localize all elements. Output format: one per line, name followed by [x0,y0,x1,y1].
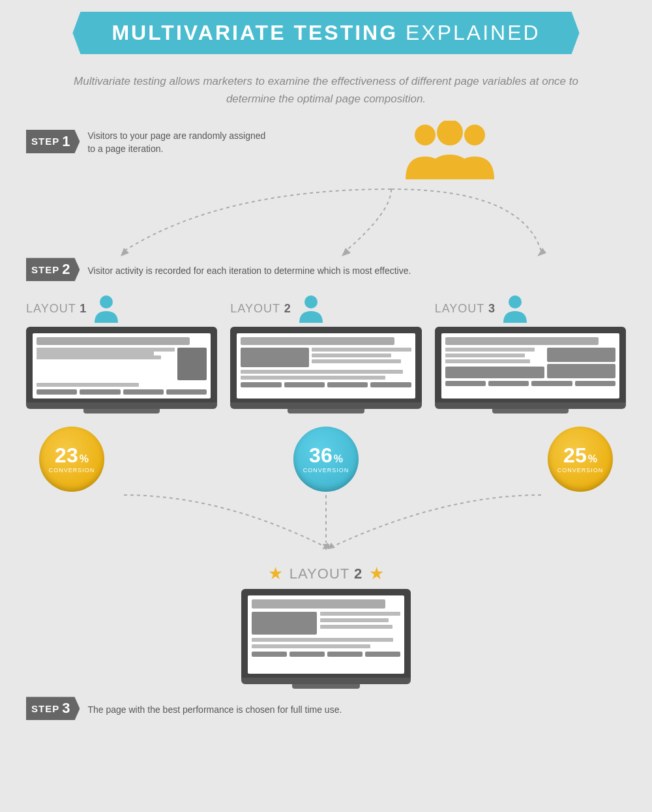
step3-section: STEP 3 The page with the best performanc… [0,697,652,720]
svg-marker-4 [342,248,351,256]
layout2-header: LAYOUT 2 [230,294,421,323]
layout2-title: LAYOUT 2 [230,302,291,316]
arrows-svg-1 [26,186,626,258]
arrows1-section [26,186,626,258]
banner: MULTIVARIATE TESTING EXPLAINED [72,12,579,54]
conv-circle-2: 36 % CONVERSION [293,427,359,492]
conv-label-1: CONVERSION [49,467,95,474]
layout2-laptop [230,327,421,414]
layout3-header: LAYOUT 3 [435,294,626,323]
svg-point-2 [464,125,485,145]
banner-title-light: EXPLAINED [406,21,541,44]
svg-point-6 [100,295,113,308]
banner-title: MULTIVARIATE TESTING EXPLAINED [111,21,540,45]
result-section: ★ LAYOUT 2 ★ [0,564,652,689]
layout3-laptop [435,327,626,414]
conv-num-2: 36 [309,445,333,466]
layout1-header: LAYOUT 1 [26,294,217,323]
people-icons [398,121,502,186]
step3-label: STEP 3 [26,697,80,720]
conversion-row: 23 % CONVERSION 36 % CONVERSION 25 % CON… [0,414,652,492]
layout2-col: LAYOUT 2 [230,294,421,414]
conv-circle-1: 23 % CONVERSION [39,427,104,492]
step1-text: Visitors to your page are randomly assig… [87,130,274,155]
arrows-svg-2 [26,492,626,550]
result-layout-title: LAYOUT 2 [289,565,363,582]
banner-title-bold: MULTIVARIATE TESTING [111,21,398,44]
step1-label: STEP 1 [26,130,80,153]
conv-num-1: 23 [55,445,78,466]
svg-point-0 [415,125,436,145]
result-layout-col: ★ LAYOUT 2 ★ [241,564,411,689]
layout1-title: LAYOUT 1 [26,302,87,316]
step1-section: STEP 1 Visitors to your page are randoml… [0,127,652,186]
svg-marker-5 [537,248,546,256]
banner-section: MULTIVARIATE TESTING EXPLAINED [0,0,652,54]
result-header: ★ LAYOUT 2 ★ [268,564,384,584]
star-left-icon: ★ [268,564,283,584]
svg-point-8 [509,295,522,308]
svg-point-7 [304,295,318,308]
layout1-col: LAYOUT 1 [26,294,217,414]
layout3-col: LAYOUT 3 [435,294,626,414]
step3-text: The page with the best performance is ch… [87,704,342,717]
svg-point-1 [437,121,463,145]
layout2-person-icon [297,294,325,323]
result-laptop [241,589,411,689]
layout1-laptop [26,327,217,414]
conv-circle-3: 25 % CONVERSION [548,427,613,492]
subtitle: Multivariate testing allows marketers to… [0,54,652,121]
layout1-person-icon [92,294,121,323]
conv-label-2: CONVERSION [303,467,349,474]
step1-people [274,121,626,186]
star-right-icon: ★ [369,564,384,584]
step2-section: STEP 2 Visitor activity is recorded for … [0,258,652,281]
layout3-person-icon [501,294,529,323]
layouts-row: LAYOUT 1 [0,288,652,414]
svg-marker-3 [121,248,129,256]
layout3-title: LAYOUT 3 [435,302,496,316]
step1-left: STEP 1 Visitors to your page are randoml… [26,127,274,155]
step2-label: STEP 2 [26,258,80,281]
conv-num-3: 25 [563,445,587,466]
conv-label-3: CONVERSION [557,467,604,474]
step2-text: Visitor activity is recorded for each it… [87,265,411,278]
arrows2-section [26,492,626,550]
